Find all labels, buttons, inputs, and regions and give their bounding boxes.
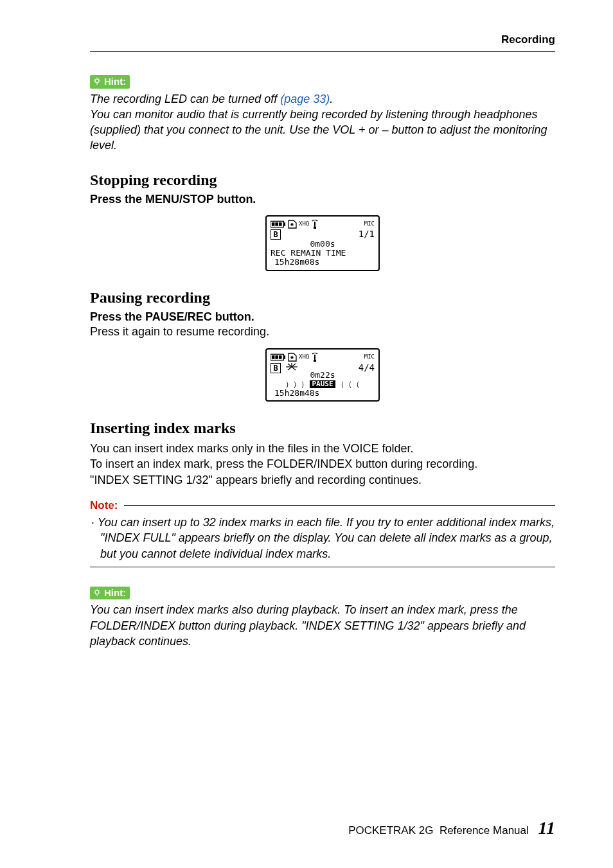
hint-block-1: Hint: The recording LED can be turned of… (90, 75, 555, 154)
svg-rect-17 (272, 355, 275, 359)
pause-instruction: Press the PAUSE/REC button. (90, 310, 555, 324)
hint-block-2: Hint: You can insert index marks also du… (90, 587, 555, 649)
sunburst-icon (283, 362, 300, 373)
section-pause-title: Pausing recording (90, 289, 555, 306)
svg-point-0 (95, 79, 99, 83)
index-p2: To insert an index mark, press the FOLDE… (90, 456, 555, 472)
stop-instruction: Press the MENU/STOP button. (90, 193, 555, 206)
lcd-stop: e XHQ MIC B 1/1 0m00s REC REMAIN TIME 15… (265, 215, 380, 271)
page-number: 11 (538, 818, 555, 838)
battery-icon (271, 220, 286, 228)
footer-product: POCKETRAK 2G (348, 824, 433, 837)
memory-card-icon: e (288, 353, 297, 362)
note-label: Note: (90, 499, 118, 512)
memory-card-icon: e (288, 220, 297, 229)
lcd-mode: XHQ (299, 221, 309, 227)
svg-rect-10 (275, 222, 278, 226)
svg-line-6 (99, 79, 100, 80)
hint-label-text: Hint: (104, 588, 126, 599)
hint1-line2: You can monitor audio that is currently … (90, 107, 555, 154)
lcd-remain: 15h28m08s (271, 258, 375, 267)
page-ref-link[interactable]: (page 33) (280, 93, 330, 105)
svg-rect-18 (275, 355, 278, 359)
svg-rect-8 (283, 222, 285, 226)
svg-line-29 (288, 367, 292, 370)
svg-line-35 (94, 590, 95, 590)
lcd-time: 0m00s (271, 240, 375, 249)
svg-line-26 (292, 367, 296, 370)
hint2-body: You can insert index marks also during p… (90, 602, 555, 649)
svg-text:e: e (290, 222, 294, 227)
hint-badge: Hint: (90, 587, 130, 600)
lcd-pause: e XHQ MIC B (265, 348, 380, 402)
hint1-line1: The recording LED can be turned off (pag… (90, 91, 555, 107)
lcd-mode: XHQ (299, 354, 309, 360)
note-header: Note: (90, 499, 555, 512)
index-p3: "INDEX SETTING 1/32" appears briefly and… (90, 472, 555, 488)
lcd-mic: MIC (364, 354, 375, 360)
lcd-count: 4/4 (359, 363, 375, 373)
svg-rect-22 (314, 360, 316, 362)
footer-doc: Reference Manual (440, 824, 529, 837)
antenna-icon (311, 353, 319, 362)
lcd-count: 1/1 (359, 229, 375, 239)
pause-waves-right: （（（ (337, 380, 360, 389)
lcd-remain: 15h28m48s (271, 389, 375, 398)
svg-rect-14 (314, 227, 316, 229)
lcd-mic: MIC (364, 221, 375, 227)
hint-badge: Hint: (90, 75, 130, 89)
folder-icon: B (271, 363, 281, 373)
lightbulb-icon (93, 589, 102, 598)
battery-icon (271, 353, 286, 361)
pause-badge: PAUSE (310, 380, 335, 388)
svg-line-5 (94, 79, 95, 80)
svg-line-27 (288, 364, 292, 367)
page-header: Recording (90, 33, 555, 52)
lightbulb-icon (93, 77, 102, 86)
svg-line-24 (292, 364, 296, 367)
antenna-icon (311, 220, 319, 229)
header-title: Recording (501, 33, 555, 46)
section-index-title: Inserting index marks (90, 420, 555, 437)
svg-text:e: e (290, 355, 294, 360)
svg-line-36 (99, 590, 100, 590)
svg-rect-16 (283, 355, 285, 359)
pause-waves-left: ））） (285, 380, 308, 389)
svg-rect-11 (279, 222, 282, 226)
pause-sub: Press it again to resume recording. (90, 324, 555, 339)
folder-icon: B (271, 229, 281, 240)
hint-label-text: Hint: (104, 76, 126, 87)
note-body: · You can insert up to 32 index marks in… (90, 512, 555, 567)
index-p1: You can insert index marks only in the f… (90, 441, 555, 456)
svg-point-30 (95, 590, 99, 594)
svg-rect-19 (279, 355, 282, 359)
svg-rect-9 (272, 222, 275, 226)
page-footer: POCKETRAK 2G Reference Manual 11 (90, 818, 555, 838)
section-stop-title: Stopping recording (90, 172, 555, 189)
lcd-remain-label: REC REMAIN TIME (271, 249, 375, 258)
